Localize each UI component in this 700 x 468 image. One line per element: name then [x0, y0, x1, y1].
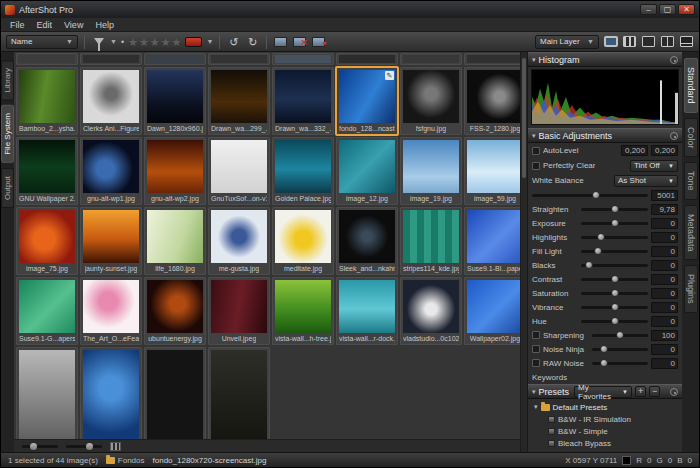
thumbnail-cell[interactable]: The_Art_O...eFear.jpg	[80, 277, 142, 345]
add-preset-button[interactable]: +	[635, 386, 646, 397]
slider-knob[interactable]	[600, 345, 608, 353]
thumbnail-cell[interactable]: image_75.jpg	[16, 207, 78, 275]
thumbnail-cell[interactable]	[208, 53, 270, 65]
tab-file-system[interactable]: File System	[1, 105, 14, 163]
thumbnail-cell[interactable]	[464, 53, 520, 65]
thumbnail-cell[interactable]: Bamboo_2...ysha.jpg	[16, 67, 78, 135]
presets-header[interactable]: ▾ Presets My Favorites ▼ + −	[528, 384, 682, 399]
tint-dropdown[interactable]: Tint Off ▼	[630, 160, 678, 172]
basic-adjustments-header[interactable]: ▾ Basic Adjustments	[528, 128, 682, 143]
tab-plugins[interactable]: Plugins	[684, 265, 698, 313]
pin-icon[interactable]	[670, 388, 678, 396]
remove-preset-button[interactable]: −	[649, 386, 660, 397]
slider-knob[interactable]	[594, 247, 602, 255]
grid-scrollbar[interactable]	[520, 52, 527, 452]
thumbnail-cell[interactable]	[144, 347, 206, 439]
slider-knob[interactable]	[616, 331, 624, 339]
slider-knob[interactable]	[585, 261, 593, 269]
filmstrip-view-icon[interactable]	[679, 35, 694, 48]
value-box[interactable]: 0	[651, 344, 678, 355]
thumbnail-cell[interactable]	[208, 347, 270, 439]
slider-knob[interactable]	[611, 275, 619, 283]
sharpening-checkbox[interactable]	[532, 331, 540, 339]
thumbnail-cell[interactable]: fsfgnu.jpg	[400, 67, 462, 135]
filter-chevron-icon[interactable]: ▼	[110, 38, 117, 45]
current-folder[interactable]: Fondos	[106, 456, 145, 465]
thumbnail-size-slider[interactable]	[22, 445, 58, 448]
tab-output[interactable]: Output	[1, 168, 14, 208]
thumbnail-cell[interactable]: ubuntuenergy.jpg	[144, 277, 206, 345]
autolevel-high-value[interactable]: 0,200	[651, 145, 678, 156]
thumbnail-cell[interactable]: Unveil.jpeg	[208, 277, 270, 345]
vibrance-slider[interactable]	[581, 306, 648, 309]
sharpening-slider[interactable]	[592, 334, 648, 337]
maximize-button[interactable]: ▢	[659, 4, 676, 15]
autolevel-low-value[interactable]: 0,200	[621, 145, 648, 156]
star-icon[interactable]: ★	[161, 36, 171, 48]
thumbnail-cell[interactable]	[336, 53, 398, 65]
thumbnail-cell[interactable]: Golden Palace.jpg	[272, 137, 334, 205]
thumbnail-cell[interactable]: meditate.jpg	[272, 207, 334, 275]
value-box[interactable]: 100	[651, 330, 678, 341]
tab-tone[interactable]: Tone	[684, 162, 698, 200]
thumbnail-cell[interactable]: image_12.jpg	[336, 137, 398, 205]
star-icon[interactable]: ★	[128, 36, 138, 48]
thumbnail-cell[interactable]: Drawn_wa...299_.jpg	[208, 67, 270, 135]
slider-knob[interactable]	[597, 233, 605, 241]
thumbnail-cell[interactable]: Clerks Ani...Figure.jpg	[80, 67, 142, 135]
thumbnail-cell[interactable]: image_59.jpg	[464, 137, 520, 205]
thumbnail-cell[interactable]: Suse9.1-G...apers.jpg	[16, 277, 78, 345]
menu-item-edit[interactable]: Edit	[31, 20, 59, 30]
hue-slider[interactable]	[581, 320, 648, 323]
value-box[interactable]: 0	[651, 358, 678, 369]
temp-slider[interactable]	[532, 194, 648, 197]
thumbnail-cell[interactable]: life_1680.jpg	[144, 207, 206, 275]
thumbnail-cell[interactable]: fondo_128...ncast.jpg✎	[336, 67, 398, 135]
slider-knob[interactable]	[611, 219, 619, 227]
image-reject-icon[interactable]	[292, 35, 307, 48]
value-box[interactable]: 9,78	[651, 204, 678, 215]
thumbnail-cell[interactable]: Sleek_and...nkahn.jpg	[336, 207, 398, 275]
grid-scrollbar-thumb[interactable]	[522, 58, 526, 178]
contrast-slider[interactable]	[581, 278, 648, 281]
slider-knob[interactable]	[600, 359, 608, 367]
thumbnail-cell[interactable]: vista-wall...h-tree.jpg	[272, 277, 334, 345]
tab-color[interactable]: Color	[684, 118, 698, 158]
grid-view-button[interactable]	[110, 442, 121, 451]
layer-dropdown[interactable]: Main Layer ▼	[535, 35, 599, 49]
close-button[interactable]: ✕	[678, 4, 695, 15]
highlights-slider[interactable]	[581, 236, 648, 239]
thumbnail-cell[interactable]: vista-wall...r-dock.jpg	[336, 277, 398, 345]
thumbnail-view-icon[interactable]	[622, 35, 637, 48]
rotate-right-icon[interactable]: ↻	[245, 35, 260, 48]
titlebar[interactable]: AfterShot Pro – ▢ ✕	[1, 1, 699, 18]
star-icon[interactable]: ★	[150, 36, 160, 48]
straighten-slider[interactable]	[581, 208, 648, 211]
value-box[interactable]: 0	[651, 246, 678, 257]
value-box[interactable]: 0	[651, 274, 678, 285]
exposure-slider[interactable]	[581, 222, 648, 225]
single-view-icon[interactable]	[641, 35, 656, 48]
filter-icon[interactable]	[91, 35, 106, 48]
thumbnail-cell[interactable]: image_19.jpg	[400, 137, 462, 205]
zoom-slider[interactable]	[66, 445, 102, 448]
menu-item-file[interactable]: File	[4, 20, 31, 30]
perfectly-clear-checkbox[interactable]	[532, 162, 540, 170]
thumbnail-cell[interactable]	[400, 53, 462, 65]
thumbnail-cell[interactable]: jaunty-sunset.jpg	[80, 207, 142, 275]
fill-light-slider[interactable]	[581, 250, 648, 253]
thumbnail-cell[interactable]: GnuTuxSof...on-v1.jpg	[208, 137, 270, 205]
preview-monitor-icon[interactable]	[603, 35, 618, 48]
split-view-icon[interactable]	[660, 35, 675, 48]
thumbnail-cell[interactable]	[80, 53, 142, 65]
value-box[interactable]: 0	[651, 316, 678, 327]
value-box[interactable]: 0	[651, 218, 678, 229]
preset-folder[interactable]: ▾Default Presets	[528, 401, 682, 413]
thumbnail-cell[interactable]	[16, 53, 78, 65]
slider-knob[interactable]	[611, 303, 619, 311]
noise-ninja-slider[interactable]	[592, 348, 648, 351]
pin-icon[interactable]	[670, 132, 678, 140]
thumbnail-cell[interactable]	[272, 53, 334, 65]
thumbnail-cell[interactable]: Drawn_wa...332_.jpg	[272, 67, 334, 135]
value-box[interactable]: 0	[651, 302, 678, 313]
